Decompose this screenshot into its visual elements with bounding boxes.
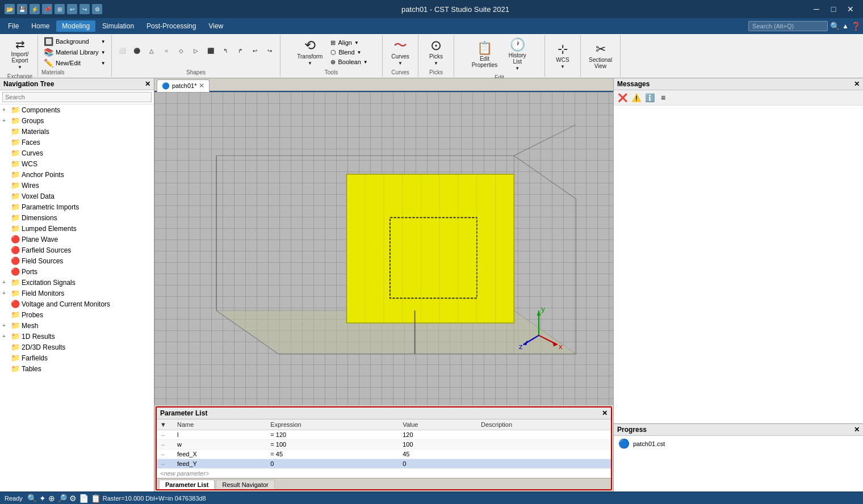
tree-item-anchor-points[interactable]: 📁 Anchor Points xyxy=(0,169,154,180)
tree-item-field-monitors[interactable]: + 📁 Field Monitors xyxy=(0,288,154,299)
picks-button[interactable]: ⊙ Picks ▼ xyxy=(422,36,450,68)
tree-item-dimensions[interactable]: 📁 Dimensions xyxy=(0,212,154,223)
align-button[interactable]: ⊞ Align ▼ xyxy=(328,39,370,47)
menu-post-processing[interactable]: Post-Processing xyxy=(141,20,202,32)
maximize-button[interactable]: □ xyxy=(826,1,841,17)
menu-simulation[interactable]: Simulation xyxy=(97,20,140,32)
shape-sweep-button[interactable]: ↱ xyxy=(233,47,247,55)
msg-warning-button[interactable]: ⚠️ xyxy=(630,91,642,104)
tree-item-ports[interactable]: 🔴 Ports xyxy=(0,266,154,277)
tree-item-plane-wave[interactable]: 🔴 Plane Wave xyxy=(0,234,154,245)
menu-file[interactable]: File xyxy=(2,20,24,32)
shape-brick-button[interactable]: ⬜ xyxy=(115,47,129,55)
param-row-l[interactable]: ↔ l = 120 120 xyxy=(157,430,611,440)
sectional-view-button[interactable]: ✂ SectionalView xyxy=(584,41,617,72)
redo-icon[interactable]: ↪ xyxy=(79,4,90,14)
shape-helix-button[interactable]: ↩ xyxy=(248,47,262,55)
tree-item-wires[interactable]: 📁 Wires xyxy=(0,180,154,191)
status-move-icon[interactable]: ✦ xyxy=(39,494,46,503)
msg-list-button[interactable]: ≡ xyxy=(657,91,669,104)
shape-cone-button[interactable]: △ xyxy=(145,47,158,55)
search-input[interactable] xyxy=(748,21,828,31)
help-icon[interactable]: ❓ xyxy=(851,22,861,31)
wcs-folder-icon: 📁 xyxy=(11,159,20,168)
param-row-feedx[interactable]: ↔ feed_X = 45 45 xyxy=(157,450,611,459)
import-export-button[interactable]: ⇄ Import/Export ▼ xyxy=(6,36,34,72)
tree-item-tables[interactable]: 📁 Tables xyxy=(0,363,154,374)
tab-patch01[interactable]: 🔵 patch01* ✕ xyxy=(157,79,210,92)
nav-close-icon[interactable]: ✕ xyxy=(145,80,150,88)
shape-analytical-button[interactable]: ↪ xyxy=(263,47,277,55)
param-row-w[interactable]: ↔ w = 100 100 xyxy=(157,440,611,450)
messages-close-icon[interactable]: ✕ xyxy=(854,80,860,88)
menu-view[interactable]: View xyxy=(203,20,229,32)
tree-item-faces[interactable]: 📁 Faces xyxy=(0,137,154,148)
tree-item-farfield-sources[interactable]: 🔴 Farfield Sources xyxy=(0,245,154,255)
view-3d[interactable]: y z x 3D Schematic xyxy=(154,92,613,405)
tree-item-1d-results[interactable]: + 📁 1D Results xyxy=(0,331,154,342)
tree-item-farfields[interactable]: 📁 Farfields xyxy=(0,352,154,363)
param-list-close[interactable]: ✕ xyxy=(602,409,608,417)
msg-clear-button[interactable]: ❌ xyxy=(616,91,629,104)
tree-item-2d3d-results[interactable]: 📁 2D/3D Results xyxy=(0,342,154,352)
tree-item-parametric-imports[interactable]: 📁 Parametric Imports xyxy=(0,201,154,212)
tree-item-probes[interactable]: 📁 Probes xyxy=(0,309,154,320)
background-button[interactable]: 🔲 Background ▼ xyxy=(41,36,108,47)
status-file-icon[interactable]: 📄 xyxy=(79,494,89,503)
filter-col: ▼ xyxy=(157,419,174,430)
shape-more-button[interactable]: ▷ xyxy=(189,47,203,55)
tree-item-lumped-elements[interactable]: 📁 Lumped Elements xyxy=(0,223,154,234)
boolean-button[interactable]: ⊕ Boolean ▼ xyxy=(328,58,370,66)
menu-modeling[interactable]: Modeling xyxy=(56,20,95,32)
progress-close-icon[interactable]: ✕ xyxy=(854,426,860,434)
excit-expander: + xyxy=(2,279,9,285)
nav-search-input[interactable] xyxy=(2,92,152,102)
status-copy-icon[interactable]: 📋 xyxy=(91,494,100,503)
new-edit-button[interactable]: ✏️ New/Edit ▼ xyxy=(41,58,108,68)
minimize-button[interactable]: ─ xyxy=(808,1,824,17)
edit-properties-button[interactable]: 📋 EditProperties xyxy=(467,40,502,70)
new-parameter-row[interactable]: <new parameter> xyxy=(157,469,611,478)
search-icon[interactable]: 🔍 xyxy=(830,22,840,31)
shape-extrude-button[interactable]: ⬛ xyxy=(204,47,217,55)
search-up-icon[interactable]: ▲ xyxy=(842,22,849,30)
status-pan-icon[interactable]: 🔎 xyxy=(57,494,67,503)
save-icon[interactable]: 💾 xyxy=(17,4,27,14)
tree-item-components[interactable]: + 📁 Components xyxy=(0,104,154,115)
param-tab-result-navigator[interactable]: Result Navigator xyxy=(216,480,274,489)
history-list-button[interactable]: 🕐 HistoryList ▼ xyxy=(503,36,531,73)
tree-item-groups[interactable]: + 📁 Groups xyxy=(0,115,154,126)
tree-item-wcs[interactable]: 📁 WCS xyxy=(0,158,154,169)
tree-item-field-sources[interactable]: 🔴 Field Sources xyxy=(0,255,154,266)
tree-item-mesh[interactable]: + 📁 Mesh xyxy=(0,320,154,331)
status-zoom-icon[interactable]: 🔍 xyxy=(27,494,37,503)
shape-cylinder-button[interactable]: ○ xyxy=(160,47,173,55)
tree-item-curves[interactable]: 📁 Curves xyxy=(0,148,154,158)
pin-icon[interactable]: 📌 xyxy=(42,4,52,14)
close-button[interactable]: ✕ xyxy=(843,1,858,17)
tree-item-materials[interactable]: 📁 Materials xyxy=(0,126,154,137)
menu-home[interactable]: Home xyxy=(26,20,55,32)
param-tab-parameter-list[interactable]: Parameter List xyxy=(159,480,215,489)
material-library-button[interactable]: 📚 Material Library ▼ xyxy=(41,47,108,57)
tree-item-voltage-current[interactable]: 🔴 Voltage and Current Monitors xyxy=(0,299,154,309)
quicksave-icon[interactable]: ⚡ xyxy=(30,4,40,14)
tree-item-excitation-signals[interactable]: + 📁 Excitation Signals xyxy=(0,277,154,288)
undo-icon[interactable]: ↩ xyxy=(67,4,77,14)
curves-button[interactable]: 〜 Curves ▼ xyxy=(386,36,414,68)
msg-info-button[interactable]: ℹ️ xyxy=(643,91,656,104)
settings-icon[interactable]: ⚙ xyxy=(92,4,102,14)
grid-icon[interactable]: ⊞ xyxy=(55,4,65,14)
param-row-feedy[interactable]: ↔ feed_Y 0 0 xyxy=(157,459,611,469)
shape-torus-button[interactable]: ◇ xyxy=(174,47,188,55)
shape-loft-button[interactable]: ↰ xyxy=(219,47,232,55)
blend-button[interactable]: ⬡ Blend ▼ xyxy=(328,48,370,57)
shape-sphere-button[interactable]: ⚫ xyxy=(130,47,144,55)
tree-item-voxel-data[interactable]: 📁 Voxel Data xyxy=(0,191,154,201)
transform-button[interactable]: ⟲ Transform ▼ xyxy=(292,36,327,68)
tab-close-button[interactable]: ✕ xyxy=(199,82,204,90)
status-settings-icon[interactable]: ⚙ xyxy=(69,494,77,503)
status-rotate-icon[interactable]: ⊕ xyxy=(48,494,55,503)
wcs-button[interactable]: ⊹ WCS ▼ xyxy=(548,41,577,72)
open-icon[interactable]: 📂 xyxy=(5,4,15,14)
